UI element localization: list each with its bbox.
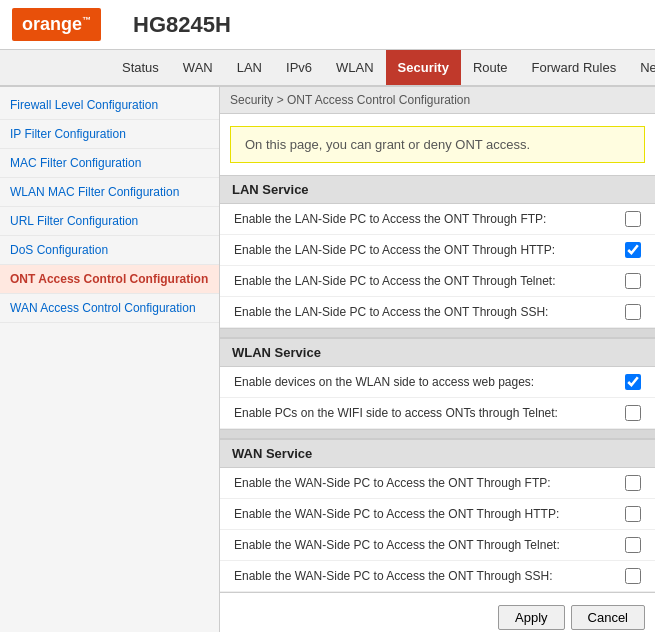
config-row-0-2: Enable the LAN-Side PC to Access the ONT…	[220, 266, 655, 297]
logo-text: orange	[22, 14, 82, 34]
nav-item-security[interactable]: Security	[386, 50, 461, 85]
config-checkbox-0-2[interactable]	[625, 273, 641, 289]
logo-tm: ™	[82, 15, 91, 25]
header: orange™ HG8245H	[0, 0, 655, 50]
info-box: On this page, you can grant or deny ONT …	[230, 126, 645, 163]
nav-item-status[interactable]: Status	[110, 50, 171, 85]
nav-item-lan[interactable]: LAN	[225, 50, 274, 85]
config-row-2-3: Enable the WAN-Side PC to Access the ONT…	[220, 561, 655, 592]
config-label-0-3: Enable the LAN-Side PC to Access the ONT…	[234, 305, 548, 319]
nav-item-route[interactable]: Route	[461, 50, 520, 85]
config-row-2-2: Enable the WAN-Side PC to Access the ONT…	[220, 530, 655, 561]
nav-item-ipv6[interactable]: IPv6	[274, 50, 324, 85]
config-label-1-1: Enable PCs on the WIFI side to access ON…	[234, 406, 558, 420]
config-checkbox-2-2[interactable]	[625, 537, 641, 553]
sections-container: LAN ServiceEnable the LAN-Side PC to Acc…	[220, 175, 655, 592]
config-row-2-1: Enable the WAN-Side PC to Access the ONT…	[220, 499, 655, 530]
sidebar-item-wan-access-control-configuration[interactable]: WAN Access Control Configuration	[0, 294, 219, 323]
apply-button[interactable]: Apply	[498, 605, 565, 630]
sidebar: Firewall Level ConfigurationIP Filter Co…	[0, 87, 220, 632]
config-checkbox-0-3[interactable]	[625, 304, 641, 320]
content-area: Security > ONT Access Control Configurat…	[220, 87, 655, 632]
config-label-2-1: Enable the WAN-Side PC to Access the ONT…	[234, 507, 559, 521]
config-checkbox-1-1[interactable]	[625, 405, 641, 421]
config-checkbox-1-0[interactable]	[625, 374, 641, 390]
config-row-0-3: Enable the LAN-Side PC to Access the ONT…	[220, 297, 655, 328]
cancel-button[interactable]: Cancel	[571, 605, 645, 630]
nav-item-wan[interactable]: WAN	[171, 50, 225, 85]
config-label-0-2: Enable the LAN-Side PC to Access the ONT…	[234, 274, 556, 288]
sidebar-item-ip-filter-configuration[interactable]: IP Filter Configuration	[0, 120, 219, 149]
config-row-1-1: Enable PCs on the WIFI side to access ON…	[220, 398, 655, 429]
button-row: Apply Cancel	[220, 592, 655, 632]
logo: orange™	[12, 8, 101, 41]
config-label-0-1: Enable the LAN-Side PC to Access the ONT…	[234, 243, 555, 257]
device-title: HG8245H	[133, 12, 231, 38]
section-gap-2	[220, 429, 655, 439]
section-header-1: WLAN Service	[220, 338, 655, 367]
sidebar-item-wlan-mac-filter-configuration[interactable]: WLAN MAC Filter Configuration	[0, 178, 219, 207]
sidebar-item-dos-configuration[interactable]: DoS Configuration	[0, 236, 219, 265]
section-gap-1	[220, 328, 655, 338]
config-label-2-0: Enable the WAN-Side PC to Access the ONT…	[234, 476, 551, 490]
config-row-1-0: Enable devices on the WLAN side to acces…	[220, 367, 655, 398]
section-header-0: LAN Service	[220, 175, 655, 204]
config-row-2-0: Enable the WAN-Side PC to Access the ONT…	[220, 468, 655, 499]
config-row-0-0: Enable the LAN-Side PC to Access the ONT…	[220, 204, 655, 235]
config-row-0-1: Enable the LAN-Side PC to Access the ONT…	[220, 235, 655, 266]
section-header-2: WAN Service	[220, 439, 655, 468]
config-label-1-0: Enable devices on the WLAN side to acces…	[234, 375, 534, 389]
sidebar-item-mac-filter-configuration[interactable]: MAC Filter Configuration	[0, 149, 219, 178]
nav-item-wlan[interactable]: WLAN	[324, 50, 386, 85]
nav-item-network-a[interactable]: Network A	[628, 50, 655, 85]
config-label-0-0: Enable the LAN-Side PC to Access the ONT…	[234, 212, 546, 226]
sidebar-item-ont-access-control-configuration[interactable]: ONT Access Control Configuration	[0, 265, 219, 294]
main-layout: Firewall Level ConfigurationIP Filter Co…	[0, 87, 655, 632]
config-label-2-3: Enable the WAN-Side PC to Access the ONT…	[234, 569, 553, 583]
config-label-2-2: Enable the WAN-Side PC to Access the ONT…	[234, 538, 560, 552]
sidebar-item-url-filter-configuration[interactable]: URL Filter Configuration	[0, 207, 219, 236]
sidebar-item-firewall-level-configuration[interactable]: Firewall Level Configuration	[0, 91, 219, 120]
config-checkbox-0-1[interactable]	[625, 242, 641, 258]
config-checkbox-2-1[interactable]	[625, 506, 641, 522]
config-checkbox-2-0[interactable]	[625, 475, 641, 491]
config-checkbox-0-0[interactable]	[625, 211, 641, 227]
config-checkbox-2-3[interactable]	[625, 568, 641, 584]
breadcrumb: Security > ONT Access Control Configurat…	[220, 87, 655, 114]
nav-bar: StatusWANLANIPv6WLANSecurityRouteForward…	[0, 50, 655, 87]
nav-item-forward-rules[interactable]: Forward Rules	[520, 50, 629, 85]
